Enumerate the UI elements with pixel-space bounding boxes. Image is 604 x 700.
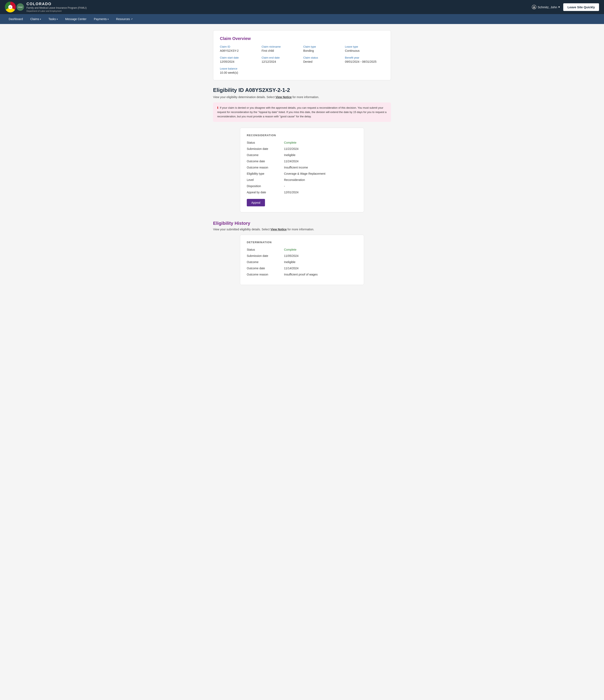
leave-type-value: Continuous bbox=[345, 49, 384, 52]
leave-balance-value: 10.00 week(s) bbox=[220, 71, 259, 74]
claim-id-value: A08YS2XSY-2 bbox=[220, 49, 259, 52]
disposition-value: - bbox=[284, 184, 285, 188]
outcome-row: Outcome Ineligible bbox=[247, 153, 357, 157]
reconsideration-section-title: RECONSIDERATION bbox=[247, 134, 357, 137]
det-outcome-date-value: 11/14/2024 bbox=[284, 267, 298, 270]
det-submission-date-value: 11/05/2024 bbox=[284, 254, 298, 257]
level-value: Reconsideration bbox=[284, 178, 305, 181]
eligibility-subtext: View your eligibility determination deta… bbox=[213, 95, 391, 99]
claim-type-value: Bonding bbox=[303, 49, 343, 52]
benefit-year-field: Benefit year 09/01/2024 - 08/31/2025 bbox=[345, 56, 384, 63]
claim-end-date-value: 12/12/2024 bbox=[262, 60, 301, 63]
cdle-badge: CDLE bbox=[17, 3, 24, 11]
eligibility-type-label: Eligibility type bbox=[247, 172, 284, 175]
level-label: Level bbox=[247, 178, 284, 181]
claim-start-date-label: Claim start date bbox=[220, 56, 259, 59]
eligibility-history-section: Eligibility History View your submitted … bbox=[213, 221, 391, 285]
user-chevron-icon: ▾ bbox=[558, 5, 560, 9]
nav-resources[interactable]: Resources ↗ bbox=[112, 14, 136, 24]
appeal-by-date-value: 12/01/2024 bbox=[284, 191, 298, 194]
leave-site-button[interactable]: Leave Site Quickly bbox=[563, 3, 599, 11]
leave-type-label: Leave type bbox=[345, 45, 384, 48]
leave-type-field: Leave type Continuous bbox=[345, 45, 384, 52]
appeal-by-date-row: Appeal by date 12/01/2024 bbox=[247, 191, 357, 194]
nav-claims[interactable]: Claims ▾ bbox=[27, 14, 45, 24]
appeal-button[interactable]: Appeal bbox=[247, 199, 265, 206]
benefit-year-value: 09/01/2024 - 08/31/2025 bbox=[345, 60, 384, 63]
outcome-reason-row: Outcome reason Insufficient income bbox=[247, 166, 357, 169]
user-menu-button[interactable]: Schmitz, John ▾ bbox=[532, 5, 560, 9]
appeal-by-date-label: Appeal by date bbox=[247, 191, 284, 194]
logo-text-block: COLORADO Family and Medical Leave Insura… bbox=[26, 2, 87, 12]
det-outcome-date-label: Outcome date bbox=[247, 267, 284, 270]
eligibility-subtext-before: View your eligibility determination deta… bbox=[213, 95, 275, 99]
tasks-chevron-icon: ▾ bbox=[57, 18, 58, 20]
claim-grid: Claim ID A08YS2XSY-2 Claim nickname Firs… bbox=[220, 45, 384, 74]
reconsideration-info-box: ℹ If your claim is denied or you disagre… bbox=[213, 102, 391, 122]
main-content: Claim Overview Claim ID A08YS2XSY-2 Clai… bbox=[209, 30, 395, 285]
status-row: Status Complete bbox=[247, 141, 357, 144]
outcome-reason-label: Outcome reason bbox=[247, 166, 284, 169]
status-label: Status bbox=[247, 141, 284, 144]
det-status-label: Status bbox=[247, 248, 284, 251]
det-submission-date-row: Submission date 11/05/2024 bbox=[247, 254, 357, 257]
claim-start-date-value: 12/05/2024 bbox=[220, 60, 259, 63]
claim-status-field: Claim status Denied bbox=[303, 56, 343, 63]
outcome-label: Outcome bbox=[247, 153, 284, 157]
user-name: Schmitz, John bbox=[537, 5, 557, 9]
dept-name: Department of Labor and Employment bbox=[26, 10, 87, 12]
claim-id-field: Claim ID A08YS2XSY-2 bbox=[220, 45, 259, 52]
benefit-year-label: Benefit year bbox=[345, 56, 384, 59]
claim-overview-card: Claim Overview Claim ID A08YS2XSY-2 Clai… bbox=[213, 30, 391, 80]
claim-nickname-field: Claim nickname First child bbox=[262, 45, 301, 52]
logo-area: C CDLE COLORADO Family and Medical Leave… bbox=[5, 2, 87, 12]
det-outcome-reason-row: Outcome reason Insufficient proof of wag… bbox=[247, 273, 357, 276]
leave-balance-field: Leave balance 10.00 week(s) bbox=[220, 67, 259, 74]
det-outcome-label: Outcome bbox=[247, 260, 284, 264]
level-row: Level Reconsideration bbox=[247, 178, 357, 181]
eligibility-heading: Eligibility ID A08YS2XSY-2-1-2 bbox=[213, 87, 391, 93]
submission-date-value: 11/22/2024 bbox=[284, 147, 298, 150]
claim-start-date-field: Claim start date 12/05/2024 bbox=[220, 56, 259, 63]
svg-text:C: C bbox=[10, 6, 11, 8]
det-outcome-value: Ineligible bbox=[284, 260, 295, 264]
outcome-value: Ineligible bbox=[284, 153, 295, 157]
determination-section-title: DETERMINATION bbox=[247, 241, 357, 244]
claim-end-date-field: Claim end date 12/12/2024 bbox=[262, 56, 301, 63]
nav-payments[interactable]: Payments ▾ bbox=[90, 14, 112, 24]
program-name: Family and Medical Leave Insurance Progr… bbox=[26, 6, 87, 10]
claim-type-field: Claim type Bonding bbox=[303, 45, 343, 52]
claim-status-label: Claim status bbox=[303, 56, 343, 59]
disposition-row: Disposition - bbox=[247, 184, 357, 188]
view-notice-link[interactable]: View Notice bbox=[275, 95, 292, 99]
claim-type-label: Claim type bbox=[303, 45, 343, 48]
det-outcome-reason-value: Insufficient proof of wages bbox=[284, 273, 317, 276]
top-header: C CDLE COLORADO Family and Medical Leave… bbox=[0, 0, 604, 14]
det-outcome-date-row: Outcome date 11/14/2024 bbox=[247, 267, 357, 270]
det-outcome-reason-label: Outcome reason bbox=[247, 273, 284, 276]
eligibility-type-value: Coverage & Wage Replacement bbox=[284, 172, 325, 175]
eligibility-history-subtext: View your submitted eligibility details.… bbox=[213, 228, 391, 231]
leave-balance-label: Leave balance bbox=[220, 67, 259, 70]
payments-chevron-icon: ▾ bbox=[108, 18, 109, 20]
status-value: Complete bbox=[284, 141, 296, 144]
nav-dashboard[interactable]: Dashboard bbox=[5, 14, 27, 24]
claim-end-date-label: Claim end date bbox=[262, 56, 301, 59]
outcome-reason-value: Insufficient income bbox=[284, 166, 308, 169]
claim-id-label: Claim ID bbox=[220, 45, 259, 48]
nav-bar: Dashboard Claims ▾ Tasks ▾ Message Cente… bbox=[0, 14, 604, 24]
det-submission-date-label: Submission date bbox=[247, 254, 284, 257]
disposition-label: Disposition bbox=[247, 184, 284, 188]
nav-message-center[interactable]: Message Center bbox=[61, 14, 90, 24]
history-view-notice-link[interactable]: View Notice bbox=[270, 228, 287, 231]
colorado-logo: C bbox=[5, 2, 16, 12]
eligibility-history-title: Eligibility History bbox=[213, 221, 391, 226]
claim-nickname-value: First child bbox=[262, 49, 301, 52]
user-icon bbox=[532, 5, 536, 9]
external-link-icon: ↗ bbox=[131, 18, 133, 21]
det-status-value: Complete bbox=[284, 248, 296, 251]
nav-tasks[interactable]: Tasks ▾ bbox=[45, 14, 61, 24]
claims-chevron-icon: ▾ bbox=[40, 18, 41, 20]
det-outcome-row: Outcome Ineligible bbox=[247, 260, 357, 264]
eligibility-subtext-after: for more information. bbox=[292, 95, 319, 99]
